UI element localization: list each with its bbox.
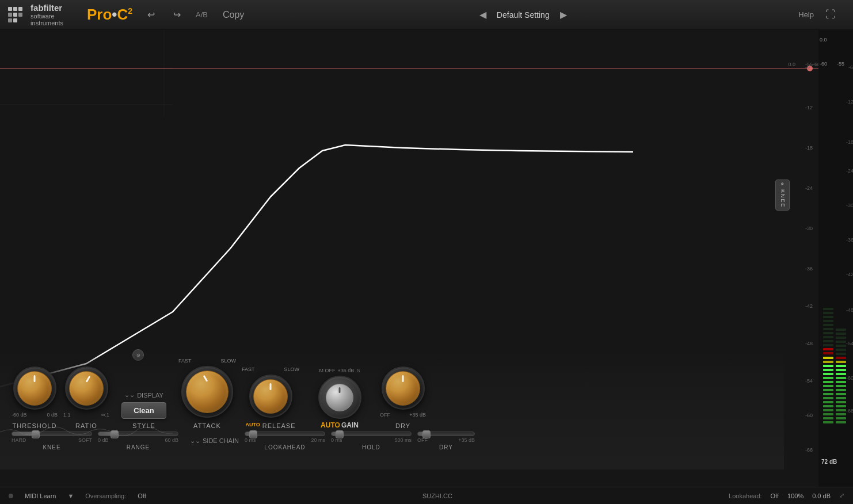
brand-name: fabfilter (31, 3, 80, 13)
hold-slider-group: 0 ms 500 ms HOLD (331, 432, 412, 450)
svg-rect-33 (823, 340, 833, 342)
next-preset-button[interactable]: ▶ (557, 7, 570, 22)
release-knob-inner (253, 379, 288, 414)
svg-rect-26 (823, 369, 833, 371)
attack-knob[interactable] (181, 366, 233, 418)
dry-slider-label: DRY (439, 444, 453, 450)
vu-value-label: 72 dB (821, 459, 837, 465)
svg-rect-47 (836, 401, 846, 403)
attack-group: FAST SLOW ATTACK (178, 358, 236, 429)
ratio-knob-inner (69, 371, 104, 406)
lookahead-status-label: Lookahead: (729, 492, 762, 499)
top-bar: fabfilter software instruments Pro•C2 ↩ … (0, 0, 853, 30)
svg-rect-14 (823, 417, 833, 419)
resize-handle[interactable]: ⤢ (839, 492, 844, 499)
plus36-label: +36 dB (338, 368, 355, 373)
svg-rect-18 (823, 401, 833, 403)
midi-learn-button[interactable]: MIDI Learn (25, 492, 56, 499)
svg-rect-61 (836, 345, 846, 347)
threshold-knob[interactable] (13, 366, 56, 410)
auto-release-indicator: AUTO (245, 422, 260, 427)
ratio-value-labels: 1:1 ∞:1 (63, 412, 109, 418)
knee-button[interactable]: « KNEE (775, 180, 790, 211)
zoom-level[interactable]: 100% (787, 492, 804, 499)
svg-text:-12: -12 (846, 99, 853, 105)
display-button[interactable]: ⌄⌄ DISPLAY (124, 391, 163, 399)
svg-rect-48 (836, 397, 846, 399)
lookahead-slider-label: LOOKAHEAD (264, 444, 305, 450)
svg-rect-45 (836, 409, 846, 411)
attack-knob-inner (186, 371, 229, 413)
graph-area[interactable]: -60 0.0 -55 -6 -12 -18 -24 -30 -36 -42 -… (0, 30, 818, 487)
svg-text:-42: -42 (846, 272, 853, 277)
svg-rect-53 (836, 377, 846, 379)
lookahead-status-value[interactable]: Off (771, 492, 779, 499)
svg-rect-57 (836, 361, 846, 363)
vu-meter-svg: -6 -12 -18 -24 -30 -36 -42 -48 -54 -60 -… (818, 30, 853, 461)
release-labels-top: FAST SLOW (242, 366, 299, 372)
vu-meter: -6 -12 -18 -24 -30 -36 -42 -48 -54 -60 -… (818, 30, 853, 487)
expand-button[interactable]: ⛶ (825, 9, 836, 21)
svg-rect-35 (823, 332, 833, 334)
lookahead-slider-group: 0 ms 20 ms LOOKAHEAD (245, 432, 325, 450)
auto-gain-knob[interactable] (318, 376, 361, 419)
dry-label: DRY (395, 422, 410, 429)
lookahead-slider[interactable] (245, 432, 325, 436)
top-controls: ↩ ↪ A/B Copy ◀ Default Setting ▶ Help ⛶ (132, 7, 847, 22)
copy-button[interactable]: Copy (219, 7, 247, 22)
lookahead-slider-labels: 0 ms 20 ms (245, 437, 325, 443)
svg-rect-36 (823, 328, 833, 330)
svg-rect-32 (823, 344, 833, 346)
status-dot (9, 494, 13, 498)
ratio-knob[interactable] (65, 366, 108, 410)
svg-text:-48: -48 (846, 307, 853, 313)
svg-text:-6: -6 (848, 64, 853, 70)
svg-rect-60 (836, 349, 846, 351)
svg-rect-13 (823, 421, 833, 423)
auto-gain-label-row: AUTO GAIN (321, 421, 359, 429)
sidechain-button[interactable]: ⌄⌄ SIDE CHAIN (190, 437, 239, 445)
svg-text:-66: -66 (846, 408, 853, 414)
svg-rect-58 (836, 357, 846, 359)
redo-button[interactable]: ↪ (170, 7, 184, 22)
status-center: SUZHI.CC (158, 492, 717, 499)
status-bar: MIDI Learn ▼ Oversampling: Off SUZHI.CC … (0, 487, 853, 504)
attack-labels-top: FAST SLOW (178, 358, 236, 364)
dry-slider[interactable] (417, 432, 475, 436)
output-gain-value: 0.0 dB (812, 492, 831, 499)
m-off-label: M OFF (319, 368, 336, 373)
midi-dropdown-arrow[interactable]: ▼ (67, 492, 74, 499)
svg-rect-50 (836, 389, 846, 391)
svg-rect-30 (823, 352, 833, 354)
svg-rect-46 (836, 405, 846, 407)
release-group: FAST SLOW AUTO RELEASE (242, 366, 299, 429)
svg-rect-54 (836, 373, 846, 375)
svg-rect-49 (836, 393, 846, 395)
undo-button[interactable]: ↩ (144, 7, 158, 22)
svg-rect-44 (836, 413, 846, 415)
svg-rect-34 (823, 336, 833, 338)
svg-rect-21 (823, 389, 833, 391)
svg-rect-37 (823, 324, 833, 326)
oversampling-value[interactable]: Off (138, 492, 146, 499)
watermark: SUZHI.CC (422, 492, 452, 499)
prev-preset-button[interactable]: ◀ (476, 7, 490, 22)
svg-rect-59 (836, 353, 846, 355)
svg-rect-20 (823, 393, 833, 395)
brand-sub: software instruments (31, 13, 80, 26)
ab-label: A/B (196, 10, 208, 19)
style-clean-button[interactable]: Clean (121, 402, 166, 419)
attack-label: ATTACK (193, 422, 221, 429)
hold-slider[interactable] (331, 432, 412, 436)
hold-slider-labels: 0 ms 500 ms (331, 437, 412, 443)
auto-gain-group: M OFF +36 dB S AUTO GAIN (305, 368, 374, 429)
svg-rect-63 (836, 337, 846, 339)
svg-text:-60: -60 (820, 61, 827, 67)
dry-knob[interactable] (382, 366, 425, 410)
release-knob[interactable] (249, 375, 292, 418)
waveform-svg (0, 418, 173, 446)
help-button[interactable]: Help (798, 10, 814, 19)
svg-rect-40 (823, 312, 833, 314)
hold-slider-label: HOLD (362, 444, 380, 450)
svg-rect-39 (823, 316, 833, 318)
